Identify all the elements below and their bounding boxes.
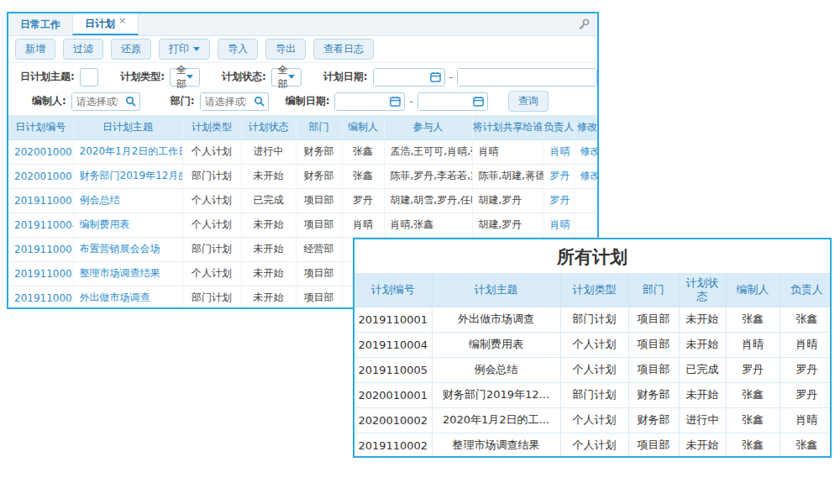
table-row[interactable]: 20200100022020年1月2日的工作日...个人计划进行中财务部张鑫孟浩… [8,139,599,164]
creator-text-input[interactable] [72,93,122,110]
link-owner[interactable]: 罗丹 [550,170,570,181]
dept-input[interactable] [200,92,269,111]
column-header-subject: 计划主题 [432,273,560,307]
view-log-button[interactable]: 查看日志 [313,39,374,60]
table-row: 2019110001外出做市场调查部门计划项目部未开始张鑫张鑫 [354,307,832,332]
search-button[interactable]: 查询 [508,91,549,112]
status-select[interactable]: 全部 [271,68,302,87]
cell-owner: 肖晴 [543,139,574,164]
restore-button[interactable]: 还原 [111,39,151,60]
link-subject[interactable]: 例会总结 [80,194,120,206]
column-header-participants[interactable]: 参与人 [384,116,472,139]
link-owner[interactable]: 罗丹 [550,194,570,206]
column-header-owner[interactable]: 负责人 [543,116,574,139]
cell-id: 2020010002 [8,139,73,164]
cell-subject: 外出做市场调查 [73,286,182,309]
edit-date-start-input[interactable] [334,92,405,111]
key-icon[interactable] [577,18,591,34]
cell-dept: 项目部 [296,261,342,286]
calendar-icon[interactable] [427,71,444,82]
link-owner[interactable]: 肖晴 [550,145,570,157]
plan-date-start-input[interactable] [373,68,445,87]
cell-id: 2019110005 [8,188,73,213]
filter-button[interactable]: 过滤 [63,39,103,60]
creator-input[interactable] [71,92,140,111]
link-subject[interactable]: 2020年1月2日的工作日... [80,145,183,157]
link-subject[interactable]: 布置营销展会会场 [80,243,160,255]
cell-type: 部门计划 [182,237,241,261]
cell-dept: 项目部 [628,357,679,382]
cell-id: 2020010002 [354,407,432,433]
cell-status: 未开始 [241,286,296,309]
cell-modify: 修改 [574,164,599,188]
import-button[interactable]: 导入 [218,39,258,60]
table-row[interactable]: 2020010001财务部门2019年12月的...部门计划未开始财务部张鑫陈菲… [8,164,599,188]
link-id[interactable]: 2019110001 [14,292,73,304]
cell-type: 个人计划 [560,433,628,458]
link-subject[interactable]: 财务部门2019年12月的... [80,170,183,181]
column-header-id[interactable]: 日计划编号 [8,116,73,139]
cell-subject: 例会总结 [73,188,182,213]
cell-participants: 胡建,胡雪,罗丹,任晓... [384,188,472,213]
column-header-modify[interactable]: 修改 [574,116,599,139]
search-icon[interactable] [250,96,268,107]
link-subject[interactable]: 编制费用表 [80,218,130,230]
edit-date-filter-label: 编制日期: [286,94,330,108]
calendar-icon[interactable] [386,96,404,107]
close-icon[interactable]: × [118,15,126,26]
link-id[interactable]: 2020010002 [14,146,73,158]
print-button[interactable]: 打印 [159,39,210,60]
link-id[interactable]: 2019110005 [14,195,73,207]
all-plans-panel: 所有计划 计划编号计划主题计划类型部门计划状态编制人负责人2019110001外… [353,238,832,458]
tab-day-plan[interactable]: 日计划 × [72,13,139,35]
table-row[interactable]: 2019110005例会总结个人计划已完成项目部罗丹胡建,胡雪,罗丹,任晓...… [8,188,599,213]
column-header-status[interactable]: 计划状态 [241,116,296,139]
cell-type: 个人计划 [182,213,241,237]
table-row[interactable]: 2019110004编制费用表个人计划未开始项目部肖晴肖晴,张鑫胡建,罗丹肖晴 [8,213,599,237]
link-subject[interactable]: 整理市场调查结果 [80,267,160,279]
column-header-share[interactable]: 将计划共享给谁 [472,116,543,139]
subject-filter-label: 日计划主题: [20,70,75,84]
cell-id: 2019110002 [8,261,73,286]
table-row: 2020010001财务部门2019年12...部门计划财务部未开始张鑫罗丹 [354,382,832,407]
column-header-dept[interactable]: 部门 [296,116,342,139]
cell-creator: 肖晴 [726,332,780,357]
dept-filter-label: 部门: [171,94,195,108]
type-filter-label: 计划类型: [120,70,165,84]
column-header-creator[interactable]: 编制人 [342,116,384,139]
cell-owner: 罗丹 [780,357,832,382]
link-id[interactable]: 2020010001 [14,171,73,182]
cell-owner: 罗丹 [543,188,574,213]
search-icon[interactable] [122,96,139,107]
date-input[interactable] [335,93,386,110]
type-select[interactable]: 全部 [170,68,200,87]
edit-date-end-input[interactable] [417,92,488,111]
cell-status: 未开始 [241,237,296,261]
dept-text-input[interactable] [201,93,250,110]
date-input[interactable] [374,69,427,86]
date-input[interactable] [458,69,596,86]
subject-input[interactable] [80,68,98,87]
link-id[interactable]: 2019110004 [14,219,73,231]
cell-type: 个人计划 [182,139,241,164]
link-id[interactable]: 2019110002 [14,268,73,280]
date-input[interactable] [418,93,470,110]
plan-date-end-input[interactable] [457,68,597,87]
link-modify[interactable]: 修改 [580,145,600,157]
tab-daily-work[interactable]: 日常工作 [8,13,72,35]
all-plans-title: 所有计划 [354,239,830,273]
link-subject[interactable]: 外出做市场调查 [80,291,150,303]
cell-creator: 肖晴 [342,213,384,237]
add-button[interactable]: 新增 [15,39,55,60]
link-modify[interactable]: 修改 [580,170,600,181]
link-id[interactable]: 2019110003 [14,244,73,255]
link-owner[interactable]: 肖晴 [550,218,570,230]
column-header-type[interactable]: 计划类型 [182,116,241,139]
cell-status: 已完成 [679,357,726,382]
calendar-icon[interactable] [470,96,487,107]
column-header-subject[interactable]: 日计划主题 [73,116,182,139]
export-button[interactable]: 导出 [265,39,306,60]
cell-subject: 外出做市场调查 [432,307,560,332]
cell-creator: 罗丹 [726,357,780,382]
cell-owner: 肖晴 [780,407,832,433]
